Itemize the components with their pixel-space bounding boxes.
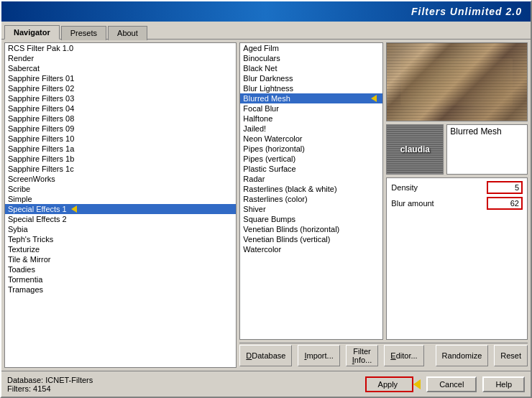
filters-status-label: Filters: [7,384,31,393]
list-item[interactable]: Tramages [5,284,236,295]
filter-item[interactable]: Halftone [240,114,382,124]
editor-button[interactable]: Editor... [384,345,423,366]
apply-button[interactable]: Apply [365,376,414,392]
filter-item[interactable]: Rasterlines (color) [240,194,382,204]
param-density-value: 5 [487,181,523,194]
list-item[interactable]: RCS Filter Pak 1.0 [5,43,236,53]
filter-item[interactable]: Neon Watercolor [240,134,382,144]
filter-item[interactable]: Watercolor [240,244,382,254]
preview-image [386,42,528,121]
filter-item[interactable]: Plastic Surface [240,164,382,174]
filter-item[interactable]: Radar [240,174,382,184]
list-item[interactable]: Sapphire Filters 1b [5,154,236,164]
cancel-button[interactable]: Cancel [426,376,477,392]
arrow-icon [71,205,77,213]
tab-presets[interactable]: Presets [61,26,106,40]
list-item[interactable]: Teph's Tricks [5,234,236,244]
list-item[interactable]: Render [5,53,236,63]
list-item[interactable]: Sapphire Filters 09 [5,124,236,134]
filter-item[interactable]: Blur Lightness [240,83,382,93]
middle-row: Aged Film Binoculars Black Net Blur Dark… [239,42,528,340]
list-item[interactable]: Sabercat [5,63,236,73]
tab-about[interactable]: About [108,26,147,40]
filter-item[interactable]: Black Net [240,63,382,73]
filter-list[interactable]: Aged Film Binoculars Black Net Blur Dark… [239,42,383,340]
thumb-label: claudia [400,144,430,154]
filter-item[interactable]: Venetian Blinds (vertical) [240,234,382,244]
list-item[interactable]: Tormentia [5,274,236,284]
param-density-label: Density [391,183,484,192]
randomize-button[interactable]: Randomize [436,345,489,366]
filter-item[interactable]: Shiver [240,204,382,214]
list-item[interactable]: Scribe [5,184,236,194]
filter-item[interactable]: Blur Darkness [240,73,382,83]
filter-item[interactable]: Venetian Blinds (horizontal) [240,224,382,234]
param-row: Density 5 [388,180,526,195]
filters-status-value: 4154 [33,384,50,393]
status-bar: Database: ICNET-Filters Filters: 4154 Ap… [1,371,531,397]
params-panel: Density 5 Blur amount 62 [386,177,528,340]
main-window: Filters Unlimited 2.0 Navigator Presets … [0,0,532,398]
list-item[interactable]: Sapphire Filters 1a [5,144,236,154]
filter-item[interactable]: Pipes (vertical) [240,154,382,164]
param-row: Blur amount 62 [388,195,526,211]
list-item[interactable]: Sapphire Filters 08 [5,114,236,124]
preview-canvas [387,43,527,121]
list-item[interactable]: Sapphire Filters 03 [5,93,236,103]
list-item[interactable]: Sapphire Filters 1c [5,164,236,174]
filter-item[interactable]: Rasterlines (black & white) [240,184,382,194]
list-item[interactable]: ScreenWorks [5,174,236,184]
filter-item[interactable]: Jailed! [240,124,382,134]
list-item[interactable]: Special Effects 2 [5,214,236,224]
effect-info: claudia Blurred Mesh [386,124,528,175]
param-blur-value: 62 [487,197,523,210]
list-item[interactable]: Sapphire Filters 02 [5,83,236,93]
list-item-selected[interactable]: Special Effects 1 [5,204,236,214]
list-item[interactable]: Sapphire Filters 01 [5,73,236,83]
filter-item[interactable]: Pipes (horizontal) [240,144,382,154]
right-panel: Aged Film Binoculars Black Net Blur Dark… [239,42,528,368]
main-content: RCS Filter Pak 1.0 Render Sabercat Sapph… [1,40,531,371]
filter-item[interactable]: Focal Blur [240,103,382,114]
bottom-toolbar: DDatabase Import... Filter Info... Edito… [239,343,528,368]
preview-svg [387,43,527,121]
database-status-value: ICNET-Filters [45,376,93,384]
filter-item-selected[interactable]: Blurred Mesh [240,93,382,103]
preview-area: claudia Blurred Mesh Density 5 Blur amou… [386,42,528,340]
database-button[interactable]: DDatabase [239,345,292,366]
param-blur-label: Blur amount [391,199,484,208]
category-list[interactable]: RCS Filter Pak 1.0 Render Sabercat Sapph… [4,42,237,368]
database-status-label: Database: [7,376,43,384]
list-item[interactable]: Toadies [5,264,236,274]
tab-navigator[interactable]: Navigator [4,25,60,40]
svg-rect-1 [408,66,506,97]
filter-item[interactable]: Binoculars [240,53,382,63]
effect-name: Blurred Mesh [446,124,528,175]
list-item[interactable]: Sybia [5,224,236,234]
tab-bar: Navigator Presets About [1,22,531,40]
list-item[interactable]: Texturize [5,244,236,254]
title-bar: Filters Unlimited 2.0 [1,1,531,22]
filter-info-button[interactable]: Filter Info... [346,345,379,366]
app-title: Filters Unlimited 2.0 [411,6,522,17]
reset-button[interactable]: Reset [494,345,528,366]
effect-thumbnail: claudia [386,124,444,175]
help-button[interactable]: Help [482,376,525,392]
list-item[interactable]: Tile & Mirror [5,254,236,264]
filter-item[interactable]: Square Bumps [240,214,382,224]
list-item[interactable]: Sapphire Filters 04 [5,103,236,114]
arrow-icon [371,95,377,102]
import-button[interactable]: Import... [298,345,339,366]
filter-item[interactable]: Aged Film [240,43,382,53]
list-item[interactable]: Simple [5,194,236,204]
status-info: Database: ICNET-Filters Filters: 4154 [7,376,359,393]
list-item[interactable]: Sapphire Filters 10 [5,134,236,144]
